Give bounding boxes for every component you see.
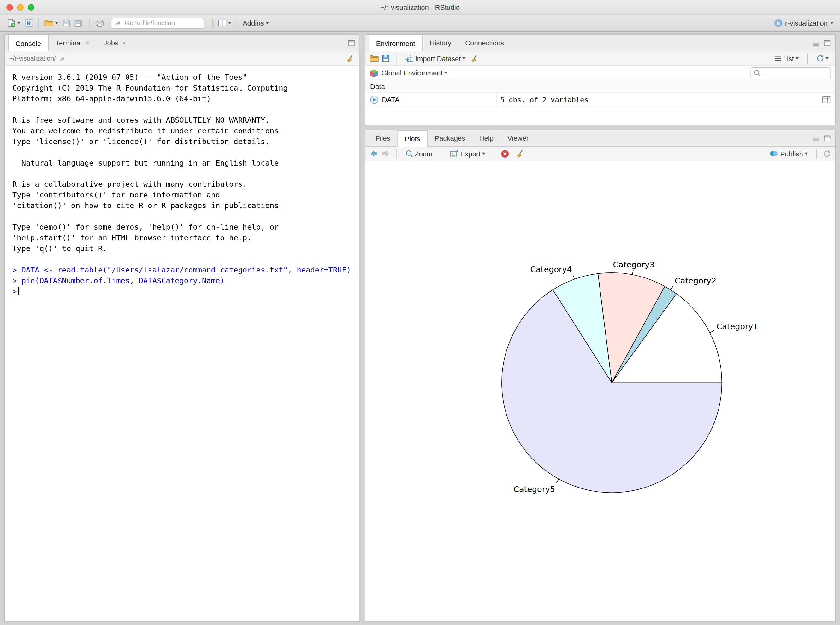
close-icon[interactable]: × — [86, 39, 90, 47]
clear-environment-broom-icon[interactable] — [471, 54, 480, 62]
tab-packages-label: Packages — [435, 134, 465, 142]
tab-files[interactable]: Files — [369, 130, 397, 146]
export-icon — [450, 150, 458, 157]
tab-plots-label: Plots — [405, 135, 420, 143]
import-dataset-button[interactable]: Import Dataset — [403, 52, 468, 65]
tab-viewer[interactable]: Viewer — [500, 130, 536, 146]
working-directory-label: ~/r-visualization/ — [9, 54, 56, 62]
new-file-button[interactable] — [5, 17, 22, 30]
refresh-environment-button[interactable] — [814, 52, 831, 65]
toolbar-separator — [212, 18, 213, 28]
tab-jobs-label: Jobs — [103, 39, 118, 47]
maximize-pane-icon[interactable] — [824, 40, 830, 46]
view-data-grid-icon[interactable] — [822, 96, 835, 103]
publish-icon — [770, 150, 779, 157]
pie-label: Category3 — [613, 260, 655, 269]
main-toolbar: R — [0, 15, 840, 32]
tab-jobs[interactable]: Jobs × — [97, 35, 133, 51]
publish-button[interactable]: Publish — [767, 147, 810, 160]
addins-label: Addins — [243, 19, 264, 27]
pie-chart: Category1Category2Category3Category4Cate… — [365, 161, 835, 620]
goto-file-input[interactable] — [124, 19, 200, 27]
publish-label: Publish — [780, 150, 803, 158]
maximize-pane-icon[interactable] — [348, 40, 355, 46]
next-plot-arrow-icon[interactable] — [382, 150, 390, 157]
pie-label-tick — [671, 286, 673, 290]
workspace-panes-button[interactable] — [216, 17, 234, 30]
tab-environment[interactable]: Environment — [369, 35, 422, 51]
tab-history[interactable]: History — [422, 35, 458, 51]
tab-console[interactable]: Console — [8, 35, 48, 51]
clear-all-plots-broom-icon[interactable] — [516, 149, 525, 158]
environment-object-row[interactable]: DATA 5 obs. of 2 variables — [365, 93, 835, 107]
toolbar-separator — [807, 53, 808, 64]
zoom-magnifier-icon — [405, 150, 413, 157]
object-value-cell: 5 obs. of 2 variables — [496, 93, 822, 107]
tab-connections[interactable]: Connections — [458, 35, 511, 51]
console-startup-text: R version 3.6.1 (2019-07-05) -- "Action … — [12, 72, 359, 253]
pie-label: Category5 — [513, 484, 555, 494]
console-prompt-line[interactable]: > — [12, 286, 359, 297]
project-menu-button[interactable]: R r-visualization — [774, 19, 835, 27]
export-plot-button[interactable]: Export — [448, 147, 488, 160]
save-button[interactable] — [61, 17, 72, 30]
object-value: 5 obs. of 2 variables — [500, 96, 589, 103]
goto-file-icon — [115, 20, 121, 26]
search-icon — [754, 69, 761, 76]
pie-label-tick — [633, 270, 633, 275]
plots-toolbar: Zoom Export — [365, 147, 835, 161]
zoom-plot-button[interactable]: Zoom — [403, 147, 435, 160]
chevron-down-icon — [830, 22, 833, 24]
refresh-plot-icon[interactable] — [823, 150, 831, 157]
open-file-button[interactable] — [42, 17, 61, 30]
save-all-button[interactable] — [72, 17, 86, 30]
goto-directory-icon[interactable] — [59, 56, 66, 62]
chevron-down-icon — [826, 58, 829, 60]
maximize-pane-icon[interactable] — [824, 135, 830, 141]
window-title: ~/r-visualization - RStudio — [0, 3, 840, 11]
project-icon: R — [774, 19, 782, 27]
pie-label: Category1 — [716, 322, 758, 331]
chevron-down-icon — [463, 58, 466, 60]
minimize-pane-icon[interactable] — [812, 40, 819, 46]
expand-object-play-icon[interactable] — [370, 96, 378, 103]
list-view-button[interactable]: List — [772, 52, 801, 65]
environment-search-input[interactable] — [763, 68, 828, 77]
traffic-lights — [6, 0, 34, 14]
tab-terminal-label: Terminal — [56, 39, 82, 47]
chevron-down-icon — [228, 22, 231, 24]
zoom-window-button[interactable] — [28, 4, 34, 11]
previous-plot-arrow-icon[interactable] — [369, 150, 378, 157]
remove-plot-icon[interactable] — [501, 150, 509, 158]
minimize-pane-icon[interactable] — [812, 135, 819, 141]
tab-connections-label: Connections — [465, 39, 504, 47]
environment-scope-selector[interactable]: Global Environment — [382, 67, 447, 79]
list-icon — [774, 55, 782, 62]
tab-environment-label: Environment — [376, 39, 415, 47]
console-command: > DATA <- read.table("/Users/lsalazar/co… — [12, 264, 359, 275]
new-project-icon: R — [25, 19, 33, 27]
console-output-area[interactable]: R version 3.6.1 (2019-07-05) -- "Action … — [5, 66, 359, 621]
minimize-window-button[interactable] — [17, 4, 23, 11]
chevron-down-icon — [17, 22, 20, 24]
new-project-button[interactable]: R — [22, 17, 35, 30]
print-button[interactable] — [93, 17, 106, 30]
tab-help[interactable]: Help — [472, 130, 500, 146]
environment-panel: Environment History Connections — [365, 34, 835, 126]
export-label: Export — [460, 150, 481, 158]
plots-pane-controls — [812, 130, 835, 146]
tab-plots[interactable]: Plots — [397, 130, 428, 147]
close-window-button[interactable] — [6, 4, 12, 11]
load-workspace-folder-icon[interactable] — [369, 54, 379, 62]
addins-button[interactable]: Addins — [240, 17, 271, 30]
plots-tabbar: Files Plots Packages Help Viewer — [365, 130, 835, 147]
tab-console-label: Console — [16, 39, 41, 47]
save-workspace-icon[interactable] — [382, 54, 390, 62]
save-icon — [63, 19, 70, 27]
tab-packages[interactable]: Packages — [428, 130, 472, 146]
clear-console-broom-icon[interactable] — [346, 54, 355, 62]
tab-terminal[interactable]: Terminal × — [48, 35, 97, 51]
data-section-label: Data — [370, 82, 385, 90]
data-section-header: Data — [365, 81, 835, 93]
close-icon[interactable]: × — [122, 39, 126, 47]
